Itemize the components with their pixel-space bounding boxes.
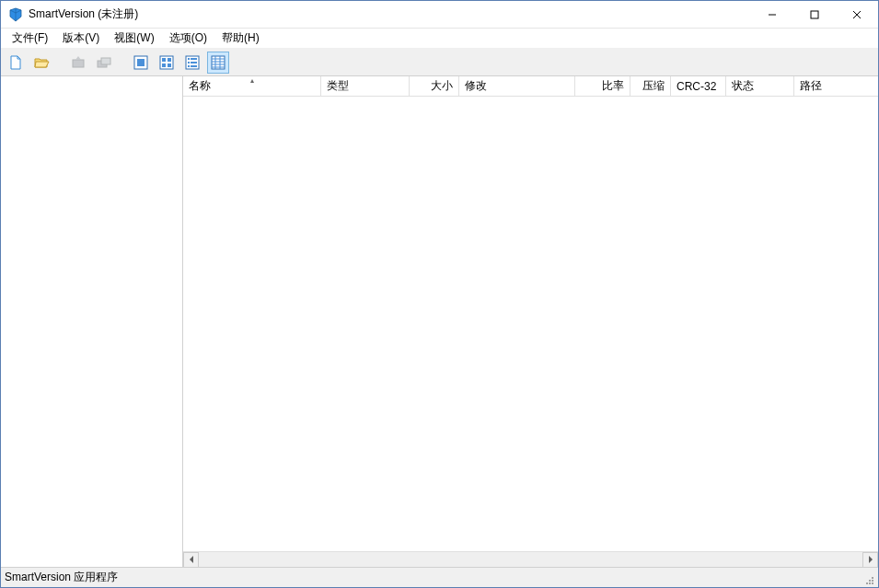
extract-all-button[interactable] bbox=[93, 52, 115, 74]
title-bar: SmartVersion (未注册) bbox=[1, 1, 878, 29]
column-name-label: 名称 bbox=[189, 78, 211, 94]
svg-rect-17 bbox=[188, 62, 190, 63]
svg-rect-19 bbox=[188, 65, 190, 67]
new-file-button[interactable] bbox=[5, 52, 27, 74]
column-type[interactable]: 类型 bbox=[321, 76, 410, 96]
column-path[interactable]: 路径 bbox=[794, 76, 868, 96]
menu-bar: 文件(F) 版本(V) 视图(W) 选项(O) 帮助(H) bbox=[1, 29, 878, 49]
svg-point-29 bbox=[869, 582, 871, 584]
svg-rect-8 bbox=[137, 59, 145, 66]
view-details-button[interactable] bbox=[207, 52, 229, 74]
list-body[interactable] bbox=[183, 97, 878, 551]
resize-grip-icon[interactable] bbox=[860, 571, 874, 585]
scroll-left-button[interactable] bbox=[183, 552, 199, 568]
content-area: 名称 ▴ 类型 大小 修改 比率 压缩 CR bbox=[1, 76, 878, 567]
minimize-button[interactable] bbox=[751, 1, 793, 29]
column-modified[interactable]: 修改 bbox=[459, 76, 575, 96]
open-button[interactable] bbox=[30, 52, 52, 74]
horizontal-scrollbar[interactable] bbox=[183, 551, 878, 567]
extract-button[interactable] bbox=[67, 52, 89, 74]
column-size[interactable]: 大小 bbox=[410, 76, 459, 96]
tree-panel[interactable] bbox=[1, 76, 183, 567]
column-crc32-label: CRC-32 bbox=[677, 80, 716, 93]
column-size-label: 大小 bbox=[431, 78, 453, 94]
view-list-button[interactable] bbox=[181, 52, 203, 74]
column-status-label: 状态 bbox=[732, 78, 754, 94]
svg-point-32 bbox=[869, 580, 871, 582]
column-status[interactable]: 状态 bbox=[726, 76, 794, 96]
svg-point-33 bbox=[872, 577, 873, 579]
scroll-right-button[interactable] bbox=[862, 552, 878, 568]
view-small-icons-button[interactable] bbox=[156, 52, 178, 74]
svg-point-28 bbox=[872, 582, 873, 584]
menu-file[interactable]: 文件(F) bbox=[5, 29, 55, 48]
view-large-icons-button[interactable] bbox=[130, 52, 152, 74]
column-path-label: 路径 bbox=[800, 78, 822, 94]
toolbar bbox=[1, 49, 878, 76]
svg-rect-13 bbox=[168, 63, 171, 67]
list-panel: 名称 ▴ 类型 大小 修改 比率 压缩 CR bbox=[183, 76, 878, 567]
svg-rect-18 bbox=[191, 62, 197, 63]
column-packed-label: 压缩 bbox=[642, 78, 665, 94]
column-packed[interactable]: 压缩 bbox=[630, 76, 671, 96]
menu-version[interactable]: 版本(V) bbox=[55, 29, 107, 48]
svg-rect-10 bbox=[162, 58, 166, 62]
sort-asc-icon: ▴ bbox=[250, 76, 254, 85]
status-bar: SmartVersion 应用程序 bbox=[1, 567, 878, 587]
scrollbar-track[interactable] bbox=[199, 552, 862, 568]
close-button[interactable] bbox=[836, 1, 878, 29]
svg-point-30 bbox=[872, 580, 873, 582]
column-type-label: 类型 bbox=[327, 78, 349, 94]
column-crc32[interactable]: CRC-32 bbox=[671, 76, 726, 96]
svg-rect-12 bbox=[162, 63, 166, 67]
app-window: SmartVersion (未注册) 文件(F) 版本(V) 视图(W) 选项(… bbox=[0, 0, 879, 588]
svg-rect-15 bbox=[188, 58, 190, 60]
menu-options[interactable]: 选项(O) bbox=[162, 29, 214, 48]
column-modified-label: 修改 bbox=[465, 78, 487, 94]
svg-rect-20 bbox=[191, 65, 197, 67]
column-header-row: 名称 ▴ 类型 大小 修改 比率 压缩 CR bbox=[183, 76, 878, 97]
maximize-button[interactable] bbox=[793, 1, 836, 29]
column-ratio-label: 比率 bbox=[602, 78, 624, 94]
app-icon bbox=[8, 7, 23, 22]
menu-help[interactable]: 帮助(H) bbox=[214, 29, 267, 48]
svg-rect-1 bbox=[811, 11, 818, 18]
svg-rect-6 bbox=[101, 58, 110, 64]
svg-point-31 bbox=[866, 582, 868, 584]
svg-rect-4 bbox=[73, 60, 84, 67]
column-ratio[interactable]: 比率 bbox=[575, 76, 630, 96]
window-title: SmartVersion (未注册) bbox=[29, 6, 138, 22]
svg-rect-11 bbox=[168, 58, 171, 62]
menu-view[interactable]: 视图(W) bbox=[107, 29, 161, 48]
status-text: SmartVersion 应用程序 bbox=[5, 570, 118, 585]
column-name[interactable]: 名称 ▴ bbox=[183, 76, 321, 96]
svg-rect-16 bbox=[191, 58, 197, 60]
